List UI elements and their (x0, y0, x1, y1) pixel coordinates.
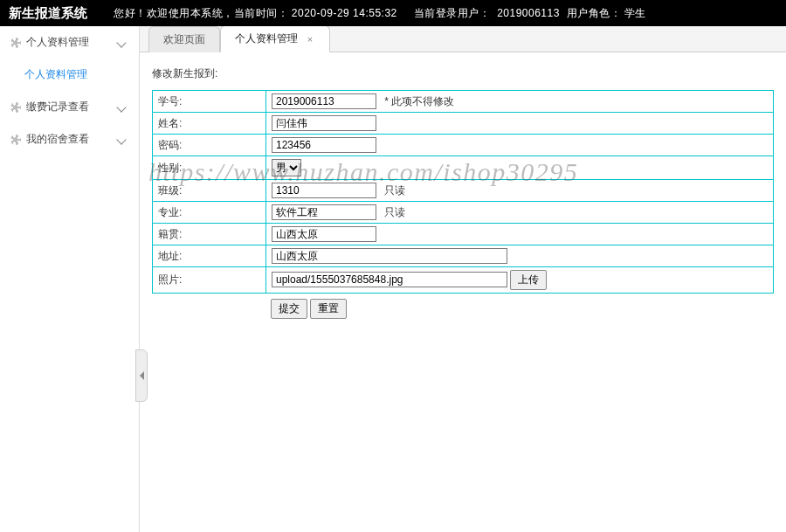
tab-profile[interactable]: 个人资料管理 × (220, 26, 330, 52)
tab-bar: 欢迎页面 个人资料管理 × (140, 26, 786, 52)
gender-select[interactable]: 男 (272, 159, 301, 176)
address-input[interactable] (272, 248, 507, 264)
chevron-down-icon (116, 102, 126, 112)
chevron-down-icon (116, 38, 126, 47)
sidebar-subitem-profile[interactable]: 个人资料管理 (0, 59, 139, 91)
major-readonly-note: 只读 (384, 206, 405, 218)
label-origin: 籍贯: (153, 224, 266, 245)
reset-button[interactable]: 重置 (310, 299, 347, 319)
label-student-id: 学号: (153, 91, 266, 113)
profile-form: 学号: * 此项不得修改 姓名: 密码: 性别: (152, 90, 774, 294)
login-user: 2019006113 (497, 7, 560, 19)
password-input[interactable] (272, 137, 376, 153)
close-icon[interactable]: × (305, 34, 315, 45)
label-class: 班级: (153, 180, 266, 202)
upload-button[interactable]: 上传 (510, 270, 547, 290)
name-input[interactable] (272, 115, 376, 131)
label-photo: 照片: (153, 267, 266, 294)
form-title: 修改新生报到: (152, 61, 774, 90)
label-address: 地址: (153, 245, 266, 267)
current-time: 2020-09-29 14:55:32 (292, 7, 397, 19)
label-password: 密码: (153, 135, 266, 156)
user-role: 学生 (624, 7, 646, 19)
sidebar-item-payment[interactable]: 缴费记录查看 (0, 91, 139, 123)
student-id-hint: * 此项不得修改 (384, 95, 454, 107)
class-readonly-note: 只读 (384, 184, 405, 197)
class-input[interactable] (272, 183, 376, 198)
gear-icon (10, 38, 21, 48)
label-name: 姓名: (153, 113, 266, 135)
tab-welcome[interactable]: 欢迎页面 (148, 26, 220, 52)
sidebar-item-profile[interactable]: 个人资料管理 (0, 26, 139, 59)
brand-title: 新生报道系统 (9, 5, 87, 22)
gear-icon (10, 102, 21, 113)
sidebar-item-dorm[interactable]: 我的宿舍查看 (0, 123, 139, 155)
content-pane: 修改新生报到: 学号: * 此项不得修改 姓名: 密码: (140, 52, 786, 532)
topbar: 新生报道系统 您好！欢迎使用本系统，当前时间： 2020-09-29 14:55… (0, 0, 786, 26)
major-input[interactable] (272, 204, 376, 220)
student-id-input[interactable] (272, 93, 376, 109)
label-major: 专业: (153, 202, 266, 224)
origin-input[interactable] (272, 226, 376, 242)
label-gender: 性别: (153, 156, 266, 180)
photo-path-input[interactable] (272, 272, 507, 287)
gear-icon (10, 135, 21, 145)
sidebar: 个人资料管理 个人资料管理 缴费记录查看 我的宿舍查看 (0, 26, 140, 532)
chevron-down-icon (116, 135, 126, 144)
header-info: 您好！欢迎使用本系统，当前时间： 2020-09-29 14:55:32 当前登… (114, 6, 646, 21)
submit-button[interactable]: 提交 (271, 299, 307, 319)
